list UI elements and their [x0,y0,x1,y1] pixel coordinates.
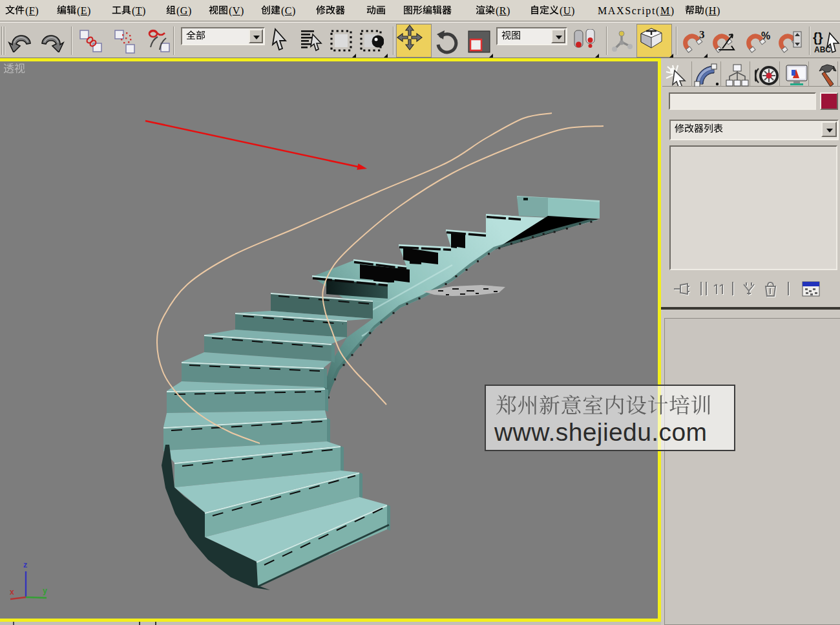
svg-text:y: y [43,586,47,595]
svg-text:x: x [10,588,14,597]
svg-text:%: % [761,30,770,41]
svg-text:z: z [23,560,27,569]
svg-text:ABC: ABC [814,45,831,54]
svg-text:{}: {} [813,30,823,45]
svg-text:3: 3 [699,29,705,41]
